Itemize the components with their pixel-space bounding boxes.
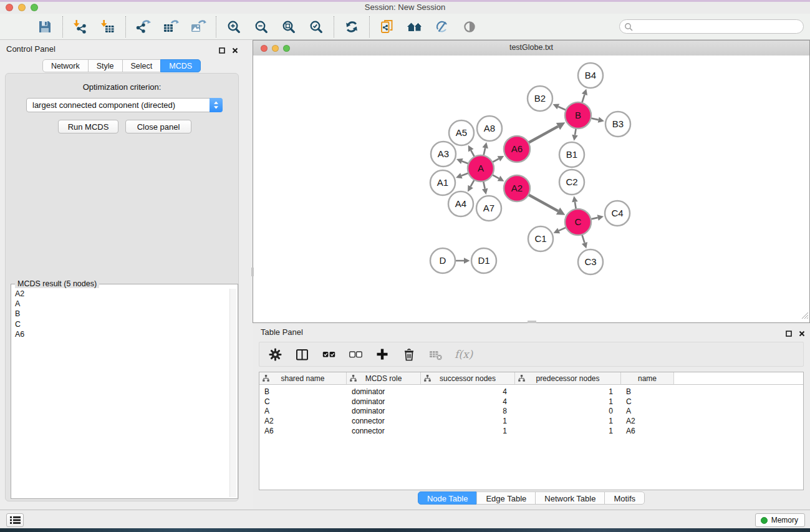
tab-network-table[interactable]: Network Table (535, 491, 605, 505)
show-column-panel-button[interactable] (294, 346, 310, 362)
unselect-all-columns-button[interactable] (347, 346, 364, 362)
tab-mcds[interactable]: MCDS (160, 59, 201, 72)
table-cell[interactable]: 1 (421, 427, 515, 435)
run-mcds-button[interactable]: Run MCDS (58, 120, 118, 133)
table-row-B[interactable]: Bdominator41B (259, 387, 803, 397)
table-cell[interactable]: C (259, 397, 347, 406)
resize-grip[interactable] (801, 311, 809, 322)
refresh-button[interactable] (344, 19, 360, 35)
column-header-label: name (638, 374, 657, 383)
zoom-in-button[interactable] (226, 19, 242, 35)
table-cell[interactable]: 4 (421, 387, 515, 396)
table-cell[interactable]: 1 (515, 387, 621, 396)
table-row-C[interactable]: Cdominator41C (259, 397, 803, 407)
column-header-label: shared name (281, 374, 324, 383)
select-all-columns-button[interactable] (321, 346, 337, 362)
criterion-dropdown[interactable]: largest connected component (directed) (26, 98, 223, 112)
delete-table-button-disabled[interactable] (428, 346, 444, 362)
table-cell[interactable]: A2 (259, 417, 347, 425)
table-cell[interactable]: connector (347, 427, 421, 435)
tab-select[interactable]: Select (122, 59, 162, 72)
column-header-predecessor-nodes[interactable]: predecessor nodes (515, 372, 621, 385)
close-panel-icon[interactable] (232, 45, 238, 56)
result-list-item[interactable]: A (12, 299, 229, 309)
search-input[interactable] (636, 21, 798, 33)
clone-network-button[interactable] (379, 19, 395, 35)
splitter-handle[interactable] (251, 268, 254, 276)
show-panels-button[interactable] (6, 513, 24, 527)
zoom-selected-button[interactable] (308, 19, 324, 35)
export-table-button[interactable] (163, 19, 179, 35)
table-cell[interactable]: 0 (515, 407, 621, 415)
import-table-button[interactable] (100, 19, 116, 35)
tab-motifs[interactable]: Motifs (604, 491, 645, 505)
zoom-fit-button[interactable] (281, 19, 297, 35)
column-header-mcds-role[interactable]: MCDS role (347, 372, 421, 385)
app-titlebar: Session: New Session (0, 0, 810, 14)
hide-graphics-details-button[interactable] (434, 19, 450, 35)
float-panel-icon[interactable] (786, 328, 792, 339)
float-panel-icon[interactable] (219, 45, 225, 56)
table-cell[interactable]: A6 (259, 427, 347, 435)
edge-arrowhead-icon (464, 258, 470, 264)
table-cell[interactable]: C (621, 397, 674, 406)
mcds-panel: Optimization criterion: largest connecte… (5, 73, 239, 501)
table-cell[interactable]: B (259, 387, 347, 396)
result-list-item[interactable]: C (12, 319, 229, 329)
column-header-name[interactable]: name (621, 372, 674, 385)
open-session-button[interactable] (9, 19, 26, 35)
application-window: Session: New Session (0, 0, 810, 532)
export-image-button[interactable] (190, 19, 206, 35)
table-settings-gear-button[interactable] (267, 346, 283, 362)
table-cell[interactable]: 8 (421, 407, 515, 415)
graph-node-label: A (478, 163, 484, 173)
table-cell[interactable]: B (621, 387, 674, 396)
table-cell[interactable]: 4 (421, 397, 515, 406)
table-cell[interactable]: dominator (347, 397, 421, 406)
table-cell[interactable]: dominator (347, 407, 421, 415)
tab-edge-table[interactable]: Edge Table (476, 491, 536, 505)
result-list-scrollbar[interactable] (229, 289, 236, 497)
table-cell[interactable]: A (621, 407, 674, 415)
table-cell[interactable]: 1 (515, 417, 621, 425)
table-cell[interactable]: dominator (347, 387, 421, 396)
import-network-button[interactable] (72, 19, 89, 35)
zoom-out-button[interactable] (253, 19, 269, 35)
attribute-hierarchy-icon (424, 375, 431, 382)
tab-node-table[interactable]: Node Table (418, 491, 478, 505)
result-list-item[interactable]: A2 (12, 289, 229, 299)
network-canvas[interactable]: AA1A2A3A4A5A6A7A8BB1B2B3B4CC1C2C3C4DD1 (253, 56, 809, 322)
table-row-A2[interactable]: A2connector11A2 (259, 416, 803, 426)
delete-columns-button[interactable] (401, 346, 417, 362)
close-panel-button[interactable]: Close panel (125, 120, 191, 133)
column-header-successor-nodes[interactable]: successor nodes (421, 372, 515, 385)
table-row-A6[interactable]: A6connector11A6 (259, 426, 803, 436)
tab-network[interactable]: Network (42, 59, 89, 72)
save-session-button[interactable] (37, 19, 53, 35)
create-new-column-button[interactable] (374, 346, 390, 362)
function-builder-button-disabled[interactable]: f(x) (455, 348, 473, 360)
export-network-button[interactable] (135, 19, 152, 35)
table-cell[interactable]: 1 (421, 417, 515, 425)
graph-node-label: C (575, 216, 582, 227)
home-view-button[interactable] (407, 19, 423, 35)
graph-node-label: A4 (455, 198, 466, 209)
close-panel-icon[interactable] (799, 328, 805, 339)
node-table-header: shared nameMCDS rolesuccessor nodesprede… (259, 372, 803, 385)
memory-button[interactable]: Memory (755, 513, 805, 527)
network-window-titlebar[interactable]: testGlobe.txt (253, 41, 809, 56)
table-cell[interactable]: 1 (515, 427, 621, 435)
table-row-A[interactable]: Adominator80A (259, 407, 803, 417)
edge-arrowhead-icon (582, 89, 587, 95)
table-cell[interactable]: A2 (621, 417, 674, 425)
result-list-item[interactable]: B (12, 309, 229, 319)
table-cell[interactable]: 1 (515, 397, 621, 406)
graph-node-label: A3 (438, 148, 449, 159)
show-hide-eye-button[interactable] (461, 19, 478, 35)
table-cell[interactable]: A6 (621, 427, 674, 435)
column-header-shared-name[interactable]: shared name (259, 372, 347, 385)
result-list-item[interactable]: A6 (12, 329, 229, 339)
table-cell[interactable]: A (259, 407, 347, 415)
table-cell[interactable]: connector (347, 417, 421, 425)
tab-style[interactable]: Style (88, 59, 123, 72)
